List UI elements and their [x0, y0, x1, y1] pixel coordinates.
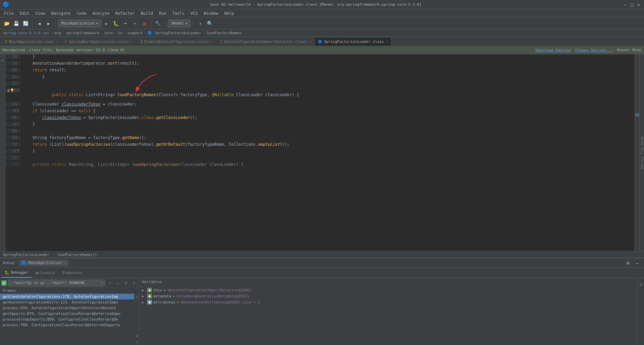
breadcrumb-springfactoriesloader[interactable]: 🔵 SpringFactoriesLoader	[148, 31, 201, 35]
coverage-button[interactable]: ☂	[121, 19, 129, 27]
stop-button[interactable]: ■	[140, 19, 148, 27]
sync-button[interactable]: 🔄	[21, 19, 30, 27]
build-button[interactable]: 🔨	[154, 19, 162, 27]
menu-file[interactable]: File	[1, 10, 16, 16]
frame-item-4[interactable]: processGroupImports:809, ConfigurationCl…	[0, 317, 134, 322]
tab-autoconfigurationimportselector[interactable]: C AutoConfigurationImportSelector.class …	[217, 37, 314, 46]
menu-window[interactable]: Window	[201, 10, 221, 16]
minimize-button[interactable]: —	[623, 2, 628, 7]
frames-panel: ▶ ✓ *main*@1 in gr...*main*: RUNNING ▾ ↑…	[0, 278, 139, 345]
frames-list: getCandidateConfigurations:178, AutoConf…	[0, 294, 139, 345]
toolbar-sep-1	[32, 20, 33, 27]
frame-item-3[interactable]: getImports:879, ConfigurationClassParser…	[0, 311, 134, 317]
retrace-tab[interactable]: Retrace Trip Guide	[640, 136, 644, 169]
breadcrumb-support[interactable]: support	[127, 31, 143, 35]
code-line-69: 69 String factoryTypeName = factoryType.…	[5, 135, 635, 142]
close-tab-springbootapplication[interactable]: ✕	[131, 40, 133, 44]
save-button[interactable]: 💾	[12, 19, 20, 27]
debug-header-actions: ⚙ —	[624, 259, 641, 267]
forward-button[interactable]: ▶	[45, 19, 53, 27]
dropdown-icon: ▾	[96, 21, 98, 25]
filter-frames-button[interactable]: ⊟	[123, 280, 129, 286]
menu-analyze[interactable]: Analyze	[90, 10, 112, 16]
menu-navigate[interactable]: Navigate	[49, 10, 73, 16]
maximize-button[interactable]: □	[629, 2, 635, 7]
breadcrumb-loadfactorynames[interactable]: loadFactoryNames	[206, 31, 241, 35]
tab-springfactoriesloader[interactable]: 🔵 SpringFactoriesLoader.class ✕	[314, 37, 392, 46]
run-config-dropdown[interactable]: MainApplication ▾	[58, 19, 101, 27]
vcs-button[interactable]: ↑	[196, 19, 204, 27]
close-tab-mainapplication[interactable]: ✕	[55, 40, 57, 44]
frame-item-0[interactable]: getCandidateConfigurations:178, AutoConf…	[0, 294, 134, 299]
close-button[interactable]: ✕	[636, 2, 641, 7]
menu-build[interactable]: Build	[138, 10, 156, 16]
frame-item-1[interactable]: getAutoConfigurationEntry:123, AutoConfi…	[0, 299, 134, 305]
debug-button[interactable]: 🐛	[112, 19, 120, 27]
debug-panel: Debug: 🔵 MainApplication ✕ ⚙ — 🐛 Debugge…	[0, 258, 644, 345]
title-bar: 🔵 boot-01-helloworld - SpringFactoriesLo…	[0, 0, 644, 9]
tab-debugger[interactable]: 🐛 Debugger	[1, 268, 32, 278]
frames-scrollbar[interactable]: ▲ ▼ ⊞	[134, 294, 139, 345]
menu-edit[interactable]: Edit	[17, 10, 32, 16]
jrebel-dropdown[interactable]: JRebel ▾	[168, 19, 191, 27]
debug-session[interactable]: 🔵 MainApplication ✕	[19, 260, 68, 266]
frame-item-5[interactable]: process:780, ConfigurationClassParser$De…	[0, 322, 134, 328]
menu-help[interactable]: Help	[222, 10, 237, 16]
choose-sources-link[interactable]: Choose Sources...	[575, 48, 613, 52]
step-up-button[interactable]: ↑	[107, 280, 113, 286]
tab-springbootapplication[interactable]: C SpringBootApplication.class ✕	[61, 37, 137, 46]
toolbar-sep-4	[165, 20, 165, 27]
frames-scroll-down[interactable]: ▼	[135, 334, 139, 338]
menu-vcs[interactable]: VCS	[188, 10, 201, 16]
open-file-button[interactable]: 📂	[3, 19, 11, 27]
menu-tools[interactable]: Tools	[170, 10, 187, 16]
download-sources-link[interactable]: Download Sources	[536, 48, 571, 52]
thread-selector[interactable]: ✓ *main*@1 in gr...*main*: RUNNING ▾	[8, 280, 105, 286]
expand-this[interactable]: ▶	[142, 288, 146, 292]
code-editor: ≡ 58 } 59 AnnotationAwareOrderComparator…	[0, 54, 644, 251]
breadcrumb-io[interactable]: io	[118, 31, 122, 35]
frames-scroll-up[interactable]: ▲	[135, 294, 139, 298]
minimize-debug-button[interactable]: —	[633, 259, 641, 267]
expand-metadata[interactable]: ▶	[142, 294, 146, 298]
close-session-icon[interactable]: ✕	[64, 261, 66, 265]
tab-mainapplication[interactable]: J MainApplication.java ✕	[1, 37, 61, 46]
menu-refactor[interactable]: Refactor	[113, 10, 138, 16]
var-attributes-icon: ●	[147, 300, 152, 304]
run-config-label: MainApplication	[61, 21, 95, 25]
run-button[interactable]: ▶	[103, 19, 111, 27]
back-button[interactable]: ◀	[35, 19, 43, 27]
find-button[interactable]: 🔍	[206, 19, 214, 27]
frame-item-2[interactable]: process:434, AutoConfigurationImportSele…	[0, 305, 134, 311]
step-over-button[interactable]: ↷	[131, 19, 139, 27]
close-tab-enableautoconfiguration[interactable]: ✕	[211, 40, 213, 44]
settings-button[interactable]: ⚙	[624, 259, 632, 267]
step-down-button[interactable]: ↓	[115, 280, 121, 286]
tab-endpoints[interactable]: Endpoints	[59, 268, 86, 278]
layout-icon[interactable]: ⊞	[636, 280, 644, 289]
expand-attributes[interactable]: ▶	[142, 300, 146, 304]
editor-scrollbar[interactable]	[635, 54, 639, 251]
title-bar-left: 🔵	[3, 1, 9, 8]
breadcrumb-core[interactable]: core	[104, 31, 113, 35]
variables-panel: Variables ▶ ● this = {AutoConfigurationI…	[139, 278, 637, 345]
close-tab-autoconfigurationimportselector[interactable]: ✕	[309, 40, 311, 44]
debug-label: Debug:	[3, 261, 16, 265]
breadcrumb-jar[interactable]: spring-core-5.3.6.jar	[3, 31, 49, 35]
code-line-58: 58 }	[5, 54, 635, 61]
menu-view[interactable]: View	[33, 10, 48, 16]
run-indicator: ▶	[1, 280, 7, 286]
menu-run[interactable]: Run	[156, 10, 169, 16]
toolbar-sep-5	[193, 20, 194, 27]
tab-console[interactable]: ▣ Console	[33, 268, 58, 278]
tab-enableautoconfiguration[interactable]: I EnableAutoConfiguration.class ✕	[137, 37, 216, 46]
breadcrumb-org[interactable]: org	[54, 31, 61, 35]
close-tab-springfactoriesloader[interactable]: ✕	[386, 40, 388, 44]
reader-mode-link[interactable]: Reader Mode	[617, 48, 641, 52]
menu-code[interactable]: Code	[74, 10, 89, 16]
var-metadata: ▶ ● metadata = {StandardAnnotationMetada…	[139, 293, 637, 299]
add-frame-button[interactable]: +	[131, 280, 138, 286]
breadcrumb-springframework[interactable]: springframework	[66, 31, 99, 35]
debug-body: ▶ ✓ *main*@1 in gr...*main*: RUNNING ▾ ↑…	[0, 278, 644, 345]
frames-expand-button[interactable]: ⊞	[135, 338, 139, 345]
